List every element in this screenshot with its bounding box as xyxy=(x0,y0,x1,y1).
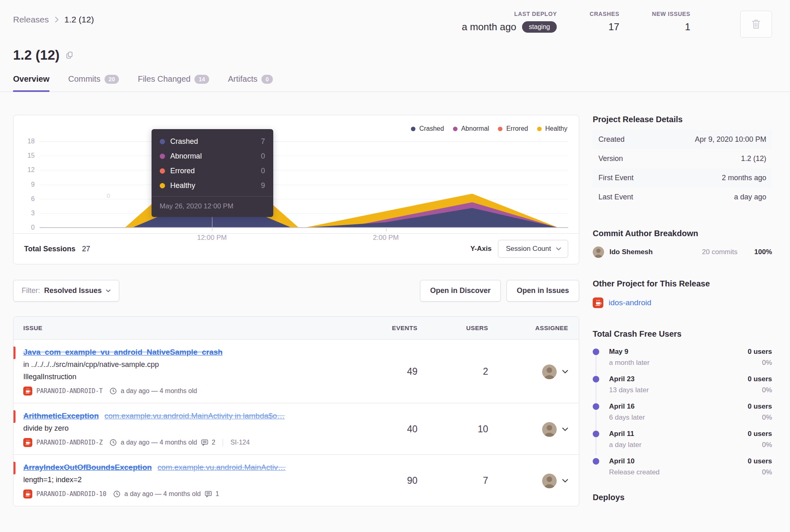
issue-title-link[interactable]: Java_com_example_vu_android_NativeSample… xyxy=(23,348,223,356)
crash-free-item: April 166 days later 0 users0% xyxy=(593,402,772,422)
project-release-details: Project Release Details CreatedApr 9, 20… xyxy=(593,115,772,207)
issue-culprit: com.example.vu.android.MainActiv… xyxy=(158,463,286,472)
issues-filter-select[interactable]: Filter: Resolved Issues xyxy=(13,280,119,302)
issue-row: Java_com_example_vu_android_NativeSample… xyxy=(13,340,579,403)
chevron-down-icon xyxy=(562,427,568,431)
assignee-control[interactable] xyxy=(488,411,568,447)
x-tick xyxy=(386,228,386,231)
assignee-avatar xyxy=(542,474,557,488)
x-axis-label: 12:00 PM xyxy=(197,234,227,242)
release-sidebar: Project Release Details CreatedApr 9, 20… xyxy=(593,115,772,502)
tab-label: Artifacts xyxy=(228,74,257,84)
tab-overview[interactable]: Overview xyxy=(13,74,49,92)
legend-crashed: Crashed xyxy=(411,125,444,132)
author-name: Ido Shemesh xyxy=(609,248,697,256)
project-slug: PARANOID-ANDROID-Z xyxy=(36,439,103,446)
tab-label: Overview xyxy=(13,74,49,84)
author-commit-count: 20 commits xyxy=(702,248,738,256)
issue-age: a day ago — 4 months old xyxy=(121,387,197,395)
legend-errored: Errored xyxy=(498,125,528,132)
deploys-heading: Deploys xyxy=(593,493,772,502)
issue-message: length=1; index=2 xyxy=(23,476,348,484)
assignee-control[interactable] xyxy=(488,348,568,396)
comments-badge[interactable]: 1 xyxy=(205,490,219,498)
section-heading: Commit Author Breakdown xyxy=(593,229,772,238)
clock-icon xyxy=(113,490,121,498)
events-count: 40 xyxy=(348,411,417,447)
x-axis-label: 2:00 PM xyxy=(373,234,399,242)
issue-title-link[interactable]: ArrayIndexOutOfBoundsException xyxy=(23,463,152,472)
tab-artifacts[interactable]: Artifacts 0 xyxy=(228,74,273,92)
author-avatar xyxy=(593,246,604,258)
assignee-control[interactable] xyxy=(488,463,568,498)
tab-commits[interactable]: Commits 20 xyxy=(68,74,119,92)
issues-toolbar: Filter: Resolved Issues Open in Discover… xyxy=(13,280,579,302)
section-heading: Other Project for This Release xyxy=(593,279,772,288)
stat-new-issues: NEW ISSUES 1 xyxy=(652,11,690,33)
tab-files-changed[interactable]: Files Changed 14 xyxy=(138,74,209,92)
tab-bar: Overview Commits 20 Files Changed 14 Art… xyxy=(0,74,790,92)
breadcrumb-current: 1.2 (12) xyxy=(65,15,94,25)
tooltip-dot-errored-icon xyxy=(160,168,165,174)
tooltip-dot-healthy-icon xyxy=(160,183,165,188)
detail-row-first-event: First Event2 months ago xyxy=(593,168,772,188)
chevron-down-icon xyxy=(562,370,568,373)
issues-table-header: ISSUE EVENTS USERS ASSIGNEE xyxy=(13,317,579,340)
tab-badge: 20 xyxy=(105,75,119,84)
users-count: 2 xyxy=(417,348,488,396)
sessions-area-chart[interactable]: 0 12:00 PM 2:00 PM Cras xyxy=(40,141,568,228)
other-project-link[interactable]: idos-android xyxy=(609,298,652,307)
chevron-down-icon xyxy=(562,479,568,483)
issue-culprit-path: in ../../../../src/main/cpp/native-sampl… xyxy=(23,360,348,369)
timeline-dot-icon xyxy=(593,349,599,355)
project-slug: PARANOID-ANDROID-10 xyxy=(36,490,107,498)
tab-badge: 14 xyxy=(194,75,209,84)
users-count: 7 xyxy=(417,463,488,498)
stat-last-deploy: LAST DEPLOY a month ago staging xyxy=(462,11,557,33)
crash-free-item: May 9a month later 0 users0% xyxy=(593,348,772,367)
open-in-discover-button[interactable]: Open in Discover xyxy=(420,280,501,302)
users-count: 10 xyxy=(417,411,488,447)
crash-free-item: April 2313 days later 0 users0% xyxy=(593,375,772,394)
yaxis-select[interactable]: Session Count xyxy=(498,240,568,258)
yaxis-label: Y-Axis xyxy=(470,245,491,253)
detail-row-last-event: Last Eventa day ago xyxy=(593,188,772,207)
events-count: 49 xyxy=(348,348,417,396)
issue-title-link[interactable]: ArithmeticException xyxy=(23,411,99,420)
legend-dot-abnormal-icon xyxy=(453,127,457,131)
issue-age: a day ago — 4 months old xyxy=(125,490,201,498)
issue-annotation[interactable]: SI-124 xyxy=(230,439,250,446)
tab-label: Commits xyxy=(68,74,100,84)
copy-icon[interactable] xyxy=(65,51,74,59)
tab-badge: 0 xyxy=(261,75,273,84)
legend-abnormal: Abnormal xyxy=(453,125,489,132)
total-sessions-label: Total Sessions xyxy=(24,245,76,253)
timeline-dot-icon xyxy=(593,431,599,437)
assignee-avatar xyxy=(542,422,557,437)
project-java-icon xyxy=(23,438,32,447)
breadcrumb: Releases 1.2 (12) xyxy=(13,11,94,25)
environment-badge: staging xyxy=(522,21,557,33)
project-java-icon xyxy=(593,297,603,308)
detail-row-created: CreatedApr 9, 2020 10:00 PM xyxy=(593,130,772,149)
crash-free-users-section: Total Crash Free Users May 9a month late… xyxy=(593,329,772,476)
detail-row-version: Version1.2 (12) xyxy=(593,149,772,168)
resolved-indicator-bar xyxy=(13,410,16,423)
chart-areas xyxy=(40,141,568,228)
legend-dot-healthy-icon xyxy=(537,127,542,131)
delete-release-button[interactable] xyxy=(740,11,772,38)
commit-author-row: Ido Shemesh 20 commits 100% xyxy=(593,246,772,258)
breadcrumb-releases-link[interactable]: Releases xyxy=(13,15,49,25)
legend-dot-errored-icon xyxy=(498,127,502,131)
section-heading: Total Crash Free Users xyxy=(593,329,772,339)
sessions-chart-card: Crashed Abnormal Errored Healthy 18 15 1… xyxy=(13,115,579,264)
issue-message: IllegalInstruction xyxy=(23,373,348,381)
comments-badge[interactable]: 2 xyxy=(201,439,215,446)
chevron-down-icon xyxy=(556,247,561,250)
comment-icon xyxy=(205,491,212,498)
issues-table: ISSUE EVENTS USERS ASSIGNEE Java_com_exa… xyxy=(13,316,579,506)
issue-culprit: com.example.vu.android.MainActivity in l… xyxy=(105,411,285,420)
open-in-issues-button[interactable]: Open in Issues xyxy=(507,280,579,302)
chart-baseline xyxy=(40,227,568,228)
crash-free-item: April 11a day later 0 users0% xyxy=(593,430,772,449)
